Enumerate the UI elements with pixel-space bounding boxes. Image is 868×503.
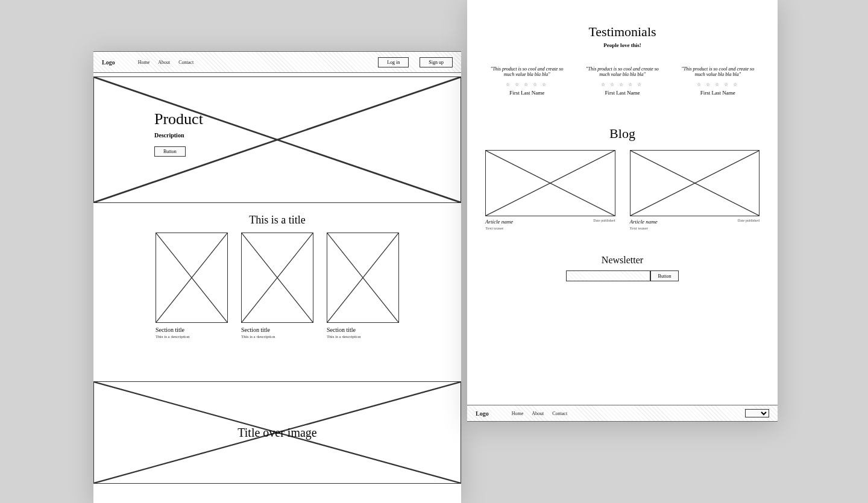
features-title: This is a title xyxy=(93,214,461,227)
star-rating-icon: ☆ ☆ ☆ ☆ ☆ xyxy=(485,82,568,87)
header-bar: Logo Home About Contact Log in Sign up xyxy=(93,51,461,73)
features-row: Section title This is a description Sect… xyxy=(93,233,461,357)
testimonial-name: First Last Name xyxy=(676,90,760,96)
feature-desc: This is a description xyxy=(156,334,228,339)
feature-desc: This is a description xyxy=(327,334,399,339)
footer-nav-contact[interactable]: Contact xyxy=(552,411,567,416)
blog-row: Article name Date published Text teaser … xyxy=(485,150,760,231)
newsletter-submit-button[interactable]: Button xyxy=(650,270,679,281)
footer-nav-about[interactable]: About xyxy=(532,411,544,416)
blog-image xyxy=(485,150,615,216)
banner-title: Title over image xyxy=(94,382,461,483)
testimonial-name: First Last Name xyxy=(580,90,664,96)
testimonial-name: First Last Name xyxy=(485,90,568,96)
feature-title: Section title xyxy=(241,326,313,333)
hero-title: Product xyxy=(154,110,203,128)
footer-bar: Logo Home About Contact xyxy=(467,405,778,422)
testimonial-quote: "This product is so cool and create so m… xyxy=(580,66,664,77)
wireframe-page-top: Logo Home About Contact Log in Sign up P… xyxy=(93,51,461,503)
newsletter-email-input[interactable] xyxy=(566,270,650,281)
testimonials-subtitle: People love this! xyxy=(485,42,760,48)
blog-teaser: Text teaser xyxy=(485,226,615,231)
blog-article-name: Article name xyxy=(630,219,658,225)
testimonials-row: "This product is so cool and create so m… xyxy=(485,66,760,96)
blog-article-name: Article name xyxy=(485,219,513,225)
star-rating-icon: ☆ ☆ ☆ ☆ ☆ xyxy=(676,82,760,87)
blog-card[interactable]: Article name Date published Text teaser xyxy=(630,150,760,231)
feature-card: Section title This is a description xyxy=(241,233,313,339)
footer-language-select[interactable] xyxy=(745,409,769,417)
testimonial: "This product is so cool and create so m… xyxy=(485,66,568,96)
footer-logo[interactable]: Logo xyxy=(476,410,489,417)
blog-date: Date published xyxy=(738,219,760,225)
newsletter-title: Newsletter xyxy=(485,255,760,266)
hero-cta-button[interactable]: Button xyxy=(154,146,186,157)
testimonial: "This product is so cool and create so m… xyxy=(580,66,664,96)
blog-card[interactable]: Article name Date published Text teaser xyxy=(485,150,615,231)
wireframe-page-bottom: Testimonials People love this! "This pro… xyxy=(467,0,778,422)
logo[interactable]: Logo xyxy=(102,59,115,66)
hero-description: Description xyxy=(154,132,203,139)
nav-contact[interactable]: Contact xyxy=(178,60,193,65)
feature-card: Section title This is a description xyxy=(327,233,399,339)
blog-teaser: Text teaser xyxy=(630,226,760,231)
footer-nav-home[interactable]: Home xyxy=(512,411,524,416)
feature-image xyxy=(241,233,313,323)
feature-title: Section title xyxy=(327,326,399,333)
blog-date: Date published xyxy=(593,219,615,225)
nav-about[interactable]: About xyxy=(158,60,170,65)
blog-title: Blog xyxy=(485,126,760,142)
login-button[interactable]: Log in xyxy=(378,57,409,67)
testimonials-title: Testimonials xyxy=(485,24,760,40)
feature-desc: This is a description xyxy=(241,334,313,339)
testimonial-quote: "This product is so cool and create so m… xyxy=(676,66,760,77)
feature-title: Section title xyxy=(156,326,228,333)
nav-home[interactable]: Home xyxy=(138,60,150,65)
banner-image: Title over image xyxy=(93,381,461,484)
feature-image xyxy=(156,233,228,323)
hero-image: Product Description Button xyxy=(93,77,461,203)
feature-image xyxy=(327,233,399,323)
feature-card: Section title This is a description xyxy=(156,233,228,339)
testimonial: "This product is so cool and create so m… xyxy=(676,66,760,96)
blog-image xyxy=(630,150,760,216)
testimonial-quote: "This product is so cool and create so m… xyxy=(485,66,568,77)
star-rating-icon: ☆ ☆ ☆ ☆ ☆ xyxy=(580,82,664,87)
signup-button[interactable]: Sign up xyxy=(420,57,453,67)
